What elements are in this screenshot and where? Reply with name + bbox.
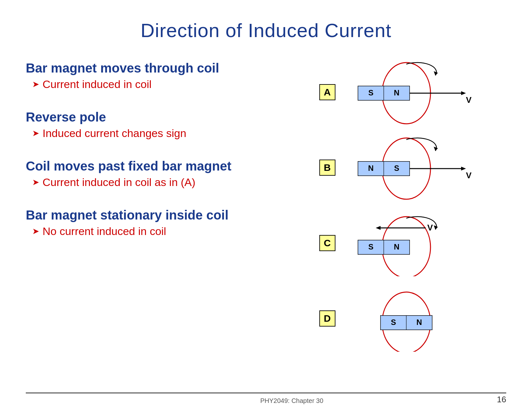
svg-text:N: N xyxy=(416,318,422,327)
diagram-row-c: C S N V xyxy=(290,209,506,278)
scenario-b-bullet-text: Induced current changes sign xyxy=(43,127,186,140)
label-c: C xyxy=(319,235,335,251)
page-number: 16 xyxy=(497,395,506,405)
coil-diagram-c: S N V xyxy=(342,209,477,278)
scenario-a-bullet-text: Current induced in coil xyxy=(43,78,151,91)
coil-diagram-b: N S V xyxy=(342,133,477,202)
svg-text:S: S xyxy=(394,164,399,172)
svg-marker-29 xyxy=(434,225,438,230)
label-b: B xyxy=(319,160,335,176)
svg-text:S: S xyxy=(391,318,396,327)
label-a: A xyxy=(319,84,335,100)
svg-text:N: N xyxy=(368,164,373,172)
diagram-row-d: D S N xyxy=(290,284,506,353)
scenario-block-b: Reverse pole Induced current changes sig… xyxy=(26,110,290,140)
footer-line xyxy=(26,393,506,393)
scenario-d-bullet: No current induced in coil xyxy=(26,225,290,238)
svg-text:N: N xyxy=(394,88,399,97)
svg-marker-7 xyxy=(461,91,466,95)
scenario-d-title: Bar magnet stationary inside coil xyxy=(26,208,290,222)
slide-title: Direction of Induced Current xyxy=(26,19,506,42)
scenario-c-title: Coil moves past fixed bar magnet xyxy=(26,159,290,173)
scenario-c-bullet: Current induced in coil as in (A) xyxy=(26,176,290,189)
svg-marker-9 xyxy=(434,71,438,75)
svg-text:S: S xyxy=(368,242,373,251)
left-panel: Bar magnet moves through coil Current in… xyxy=(26,58,290,385)
svg-text:N: N xyxy=(394,242,399,251)
scenario-a-title: Bar magnet moves through coil xyxy=(26,61,290,75)
scenario-c-bullet-text: Current induced in coil as in (A) xyxy=(43,176,195,189)
scenario-b-title: Reverse pole xyxy=(26,110,290,124)
svg-text:V: V xyxy=(466,95,472,105)
svg-text:V: V xyxy=(427,223,433,232)
coil-diagram-d: S N xyxy=(342,284,477,353)
scenario-a-bullet: Current induced in coil xyxy=(26,78,290,91)
svg-text:S: S xyxy=(368,88,373,97)
scenario-block-c: Coil moves past fixed bar magnet Current… xyxy=(26,159,290,189)
svg-marker-17 xyxy=(461,167,466,171)
coil-diagram-a: S N V xyxy=(342,58,477,127)
footer-text: PHY2049: Chapter 30 xyxy=(26,397,532,405)
label-d: D xyxy=(319,310,335,327)
svg-marker-19 xyxy=(434,147,438,151)
svg-text:V: V xyxy=(466,171,472,180)
scenario-d-bullet-text: No current induced in coil xyxy=(43,225,166,238)
content-area: Bar magnet moves through coil Current in… xyxy=(26,58,506,385)
scenario-block-a: Bar magnet moves through coil Current in… xyxy=(26,61,290,91)
scenario-b-bullet: Induced current changes sign xyxy=(26,127,290,140)
diagram-row-a: A S N xyxy=(290,58,506,127)
right-panel: A S N xyxy=(290,58,506,385)
diagram-row-b: B N S V xyxy=(290,133,506,202)
slide-container: Direction of Induced Current Bar magnet … xyxy=(0,0,532,411)
svg-marker-27 xyxy=(376,226,381,230)
scenario-block-d: Bar magnet stationary inside coil No cur… xyxy=(26,208,290,238)
